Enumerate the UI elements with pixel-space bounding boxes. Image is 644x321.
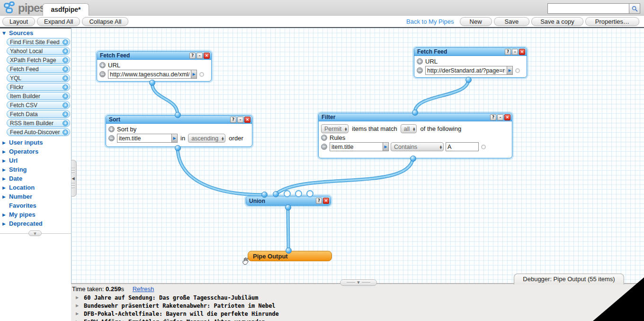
sidebar-item-feed-auto-discover[interactable]: Feed Auto-Discover + — [7, 128, 70, 136]
sidebar-section-url[interactable]: ▶ Url — [0, 156, 71, 165]
pipe-editor-canvas[interactable]: Fetch Feed ? - × + URL − ▶ Fetch Feed ? … — [71, 28, 644, 283]
pipe-output-input-terminal[interactable] — [286, 248, 292, 254]
sidebar-section-date[interactable]: ▶ Date — [0, 174, 71, 183]
debugger-item-row[interactable]: ▶ 60 Jahre auf Sendung: Das große Tagess… — [71, 293, 644, 302]
layout-button[interactable]: Layout — [2, 17, 35, 26]
rule-terminal[interactable] — [481, 145, 486, 149]
sidebar-item-yql[interactable]: YQL + — [7, 74, 70, 82]
remove-rule-icon[interactable]: − — [321, 144, 327, 150]
output-terminal[interactable] — [175, 145, 181, 151]
debugger-tab[interactable]: Debugger: Pipe Output (55 items) — [514, 274, 624, 284]
union-input-terminal-2[interactable] — [273, 191, 279, 197]
union-input-terminal-3[interactable] — [284, 190, 291, 197]
add-module-icon[interactable]: + — [63, 75, 68, 81]
filter-permit-select[interactable]: Permit ▲▼ — [321, 124, 349, 133]
pipe-document-tab[interactable]: asdfpipe* — [43, 3, 89, 16]
add-module-icon[interactable]: + — [63, 39, 68, 45]
help-icon[interactable]: ? — [490, 114, 496, 120]
add-module-icon[interactable]: + — [63, 84, 68, 90]
sidebar-item-fetch-feed[interactable]: Fetch Feed + — [7, 65, 70, 73]
minimize-icon[interactable]: - — [237, 117, 243, 123]
new-button[interactable]: New — [460, 17, 492, 26]
add-rule-icon[interactable]: + — [321, 135, 327, 141]
debugger-resize-handle[interactable]: ▼ — [340, 279, 377, 286]
sort-order-select[interactable]: ascending ▲▼ — [188, 134, 225, 143]
remove-row-icon[interactable]: − — [417, 67, 423, 73]
help-icon[interactable]: ? — [189, 53, 196, 59]
rule-field-input[interactable] — [330, 142, 383, 151]
field-arrow-icon[interactable]: ▶ — [171, 134, 178, 143]
expand-item-icon[interactable]: ▶ — [76, 295, 80, 300]
sidebar-section-favorites[interactable]: Favorites — [0, 201, 71, 210]
search-button[interactable] — [629, 3, 640, 14]
add-module-icon[interactable]: + — [63, 57, 68, 63]
add-module-icon[interactable]: + — [63, 120, 68, 126]
rule-value-input[interactable] — [446, 142, 479, 151]
save-a-copy-button[interactable]: Save a copy — [531, 17, 583, 26]
sidebar-item-yahoo-local[interactable]: Yahoo! Local + — [7, 47, 70, 55]
properties-button[interactable]: Properties… — [585, 17, 639, 26]
debugger-item-row[interactable]: ▶ Bundeswehr präsentiert Raketenabwehr: … — [71, 302, 644, 310]
help-icon[interactable]: ? — [230, 117, 236, 123]
module-fetch-feed-2[interactable]: Fetch Feed ? - × + URL − ▶ — [414, 47, 527, 78]
sidebar-item-xpath-fetch-page[interactable]: XPath Fetch Page + — [7, 56, 70, 64]
expand-item-icon[interactable]: ▶ — [76, 312, 80, 316]
sidebar-section-number[interactable]: ▶ Number — [0, 192, 71, 201]
help-icon[interactable]: ? — [316, 198, 322, 204]
row-terminal[interactable] — [515, 68, 520, 73]
module-header[interactable]: Fetch Feed ? - × — [414, 48, 527, 56]
sidebar-splitter-handle[interactable]: ◀ — [71, 160, 77, 197]
sidebar-item-fetch-csv[interactable]: Fetch CSV + — [7, 101, 70, 109]
close-icon[interactable]: × — [204, 53, 210, 59]
url-input[interactable] — [108, 70, 191, 79]
module-header[interactable]: Fetch Feed ? - × — [97, 52, 211, 60]
module-filter[interactable]: Filter ? - × Permit ▲▼ items that match … — [318, 113, 512, 158]
debugger-item-row[interactable]: ▶ EnBW-Affäre: Ermittler dürfen Mappus' … — [71, 318, 644, 321]
sidebar-item-item-builder[interactable]: Item Builder + — [7, 92, 70, 100]
save-button[interactable]: Save — [494, 17, 530, 26]
sidebar-item-find-first-site-feed[interactable]: Find First Site Feed + — [7, 38, 70, 46]
sidebar-section-sources[interactable]: ▼ Sources — [0, 28, 71, 37]
output-terminal[interactable] — [465, 77, 472, 83]
expand-all-button[interactable]: Expand All — [37, 17, 80, 26]
sidebar-item-flickr[interactable]: Flickr + — [7, 83, 70, 91]
sidebar-section-string[interactable]: ▶ String — [0, 165, 71, 174]
collapse-all-button[interactable]: Collapse All — [82, 17, 128, 26]
close-icon[interactable]: × — [519, 49, 525, 55]
sidebar-section-user-inputs[interactable]: ▶ User inputs — [0, 138, 71, 147]
add-module-icon[interactable]: + — [63, 111, 68, 117]
field-arrow-icon[interactable]: ▶ — [383, 142, 389, 151]
close-icon[interactable]: × — [244, 117, 250, 123]
output-terminal[interactable] — [285, 204, 291, 211]
sort-field-input[interactable] — [117, 134, 171, 143]
add-module-icon[interactable]: + — [63, 66, 68, 72]
union-input-terminal-5[interactable] — [306, 190, 313, 197]
url-input[interactable] — [425, 66, 507, 75]
sidebar-section-deprecated[interactable]: ▶ Deprecated — [0, 219, 71, 228]
add-row-icon[interactable]: + — [99, 62, 106, 68]
add-row-icon[interactable]: + — [417, 58, 423, 64]
rule-operator-select[interactable]: Contains ▲▼ — [391, 142, 444, 151]
output-terminal[interactable] — [149, 80, 155, 86]
field-arrow-icon[interactable]: ▶ — [507, 66, 513, 75]
search-input[interactable] — [547, 3, 629, 14]
field-arrow-icon[interactable]: ▶ — [191, 70, 197, 79]
union-input-terminal-1[interactable] — [261, 192, 268, 198]
remove-row-icon[interactable]: − — [108, 135, 115, 141]
union-input-terminal-4[interactable] — [295, 190, 302, 197]
minimize-icon[interactable]: - — [197, 53, 203, 59]
debugger-item-row[interactable]: ▶ DFB-Pokal-Achtelfinale: Bayern will di… — [71, 310, 644, 318]
sidebar-section-operators[interactable]: ▶ Operators — [0, 147, 71, 156]
back-to-my-pipes-link[interactable]: Back to My Pipes — [406, 18, 454, 25]
minimize-icon[interactable]: - — [497, 114, 503, 120]
refresh-link[interactable]: Refresh — [133, 285, 154, 293]
filter-all-any-select[interactable]: all ▲▼ — [401, 124, 417, 133]
row-terminal[interactable] — [199, 72, 204, 77]
close-icon[interactable]: × — [504, 114, 510, 120]
output-terminal[interactable] — [410, 156, 416, 162]
expand-item-icon[interactable]: ▶ — [76, 303, 80, 308]
add-module-icon[interactable]: + — [63, 93, 68, 99]
add-module-icon[interactable]: + — [63, 48, 68, 54]
input-terminal[interactable] — [175, 112, 181, 118]
add-row-icon[interactable]: + — [108, 126, 115, 132]
